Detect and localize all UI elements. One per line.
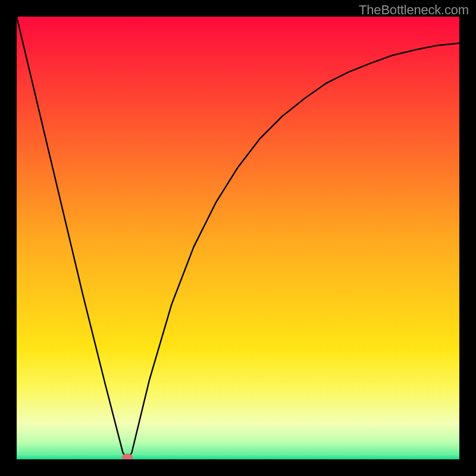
bottleneck-curve [17, 17, 459, 459]
watermark-text: TheBottleneck.com [359, 2, 469, 18]
chart-frame: TheBottleneck.com [0, 0, 476, 476]
bottleneck-chart [17, 17, 459, 459]
